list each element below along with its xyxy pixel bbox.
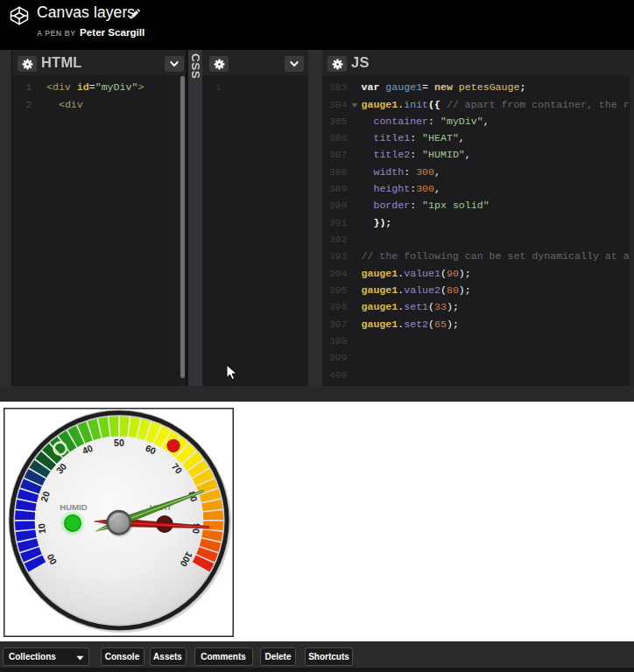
svg-text:50: 50 xyxy=(114,438,124,448)
svg-text:90: 90 xyxy=(191,523,202,535)
svg-text:10: 10 xyxy=(36,523,47,535)
